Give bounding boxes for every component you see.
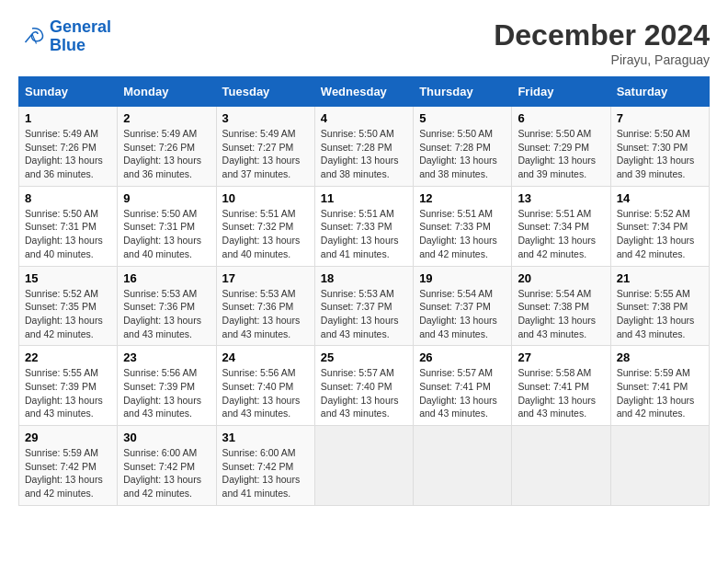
- calendar-cell: [610, 426, 709, 506]
- calendar-table: Sunday Monday Tuesday Wednesday Thursday…: [18, 76, 710, 506]
- calendar-cell: 19 Sunrise: 5:54 AM Sunset: 7:37 PM Dayl…: [414, 266, 512, 346]
- location-subtitle: Pirayu, Paraguay: [494, 52, 710, 67]
- day-info: Sunrise: 6:00 AM Sunset: 7:42 PM Dayligh…: [222, 446, 309, 500]
- calendar-cell: 27 Sunrise: 5:58 AM Sunset: 7:41 PM Dayl…: [512, 346, 610, 426]
- day-info: Sunrise: 5:59 AM Sunset: 7:41 PM Dayligh…: [617, 366, 703, 420]
- calendar-cell: 29 Sunrise: 5:59 AM Sunset: 7:42 PM Dayl…: [19, 426, 118, 506]
- day-number: 13: [518, 191, 604, 205]
- calendar-cell: 2 Sunrise: 5:49 AM Sunset: 7:26 PM Dayli…: [118, 107, 216, 187]
- day-info: Sunrise: 5:51 AM Sunset: 7:34 PM Dayligh…: [518, 207, 604, 261]
- day-info: Sunrise: 5:52 AM Sunset: 7:34 PM Dayligh…: [617, 207, 703, 261]
- calendar-cell: 17 Sunrise: 5:53 AM Sunset: 7:36 PM Dayl…: [216, 266, 314, 346]
- calendar-week-row: 1 Sunrise: 5:49 AM Sunset: 7:26 PM Dayli…: [19, 107, 710, 187]
- calendar-cell: 18 Sunrise: 5:53 AM Sunset: 7:37 PM Dayl…: [314, 266, 413, 346]
- calendar-week-row: 8 Sunrise: 5:50 AM Sunset: 7:31 PM Dayli…: [19, 186, 710, 266]
- day-number: 5: [419, 111, 506, 125]
- day-number: 11: [321, 191, 407, 205]
- calendar-cell: 11 Sunrise: 5:51 AM Sunset: 7:33 PM Dayl…: [314, 186, 413, 266]
- header-thursday: Thursday: [414, 77, 512, 107]
- logo: General Blue: [18, 18, 111, 55]
- day-info: Sunrise: 5:50 AM Sunset: 7:29 PM Dayligh…: [518, 127, 604, 181]
- calendar-cell: 14 Sunrise: 5:52 AM Sunset: 7:34 PM Dayl…: [610, 186, 709, 266]
- header-sunday: Sunday: [19, 77, 118, 107]
- calendar-header: Sunday Monday Tuesday Wednesday Thursday…: [19, 77, 710, 107]
- calendar-cell: 22 Sunrise: 5:55 AM Sunset: 7:39 PM Dayl…: [19, 346, 118, 426]
- calendar-body: 1 Sunrise: 5:49 AM Sunset: 7:26 PM Dayli…: [19, 107, 710, 506]
- day-info: Sunrise: 5:56 AM Sunset: 7:39 PM Dayligh…: [123, 366, 210, 420]
- calendar-cell: [512, 426, 610, 506]
- day-info: Sunrise: 5:49 AM Sunset: 7:27 PM Dayligh…: [222, 127, 309, 181]
- day-info: Sunrise: 5:55 AM Sunset: 7:38 PM Dayligh…: [617, 287, 703, 341]
- header-friday: Friday: [512, 77, 610, 107]
- day-info: Sunrise: 5:52 AM Sunset: 7:35 PM Dayligh…: [25, 287, 111, 341]
- day-number: 14: [617, 191, 703, 205]
- calendar-cell: 12 Sunrise: 5:51 AM Sunset: 7:33 PM Dayl…: [414, 186, 512, 266]
- day-number: 26: [419, 350, 506, 364]
- day-info: Sunrise: 5:49 AM Sunset: 7:26 PM Dayligh…: [25, 127, 111, 181]
- header-wednesday: Wednesday: [314, 77, 413, 107]
- calendar-cell: 1 Sunrise: 5:49 AM Sunset: 7:26 PM Dayli…: [19, 107, 118, 187]
- calendar-cell: 24 Sunrise: 5:56 AM Sunset: 7:40 PM Dayl…: [216, 346, 314, 426]
- calendar-cell: 26 Sunrise: 5:57 AM Sunset: 7:41 PM Dayl…: [414, 346, 512, 426]
- calendar-cell: 13 Sunrise: 5:51 AM Sunset: 7:34 PM Dayl…: [512, 186, 610, 266]
- day-number: 6: [518, 111, 604, 125]
- day-number: 24: [222, 350, 309, 364]
- title-section: December 2024 Pirayu, Paraguay: [494, 18, 710, 67]
- day-number: 22: [25, 350, 111, 364]
- day-number: 20: [518, 271, 604, 285]
- day-info: Sunrise: 5:51 AM Sunset: 7:32 PM Dayligh…: [222, 207, 309, 261]
- day-number: 7: [617, 111, 703, 125]
- day-info: Sunrise: 5:53 AM Sunset: 7:37 PM Dayligh…: [321, 287, 407, 341]
- calendar-cell: 8 Sunrise: 5:50 AM Sunset: 7:31 PM Dayli…: [19, 186, 118, 266]
- day-info: Sunrise: 5:57 AM Sunset: 7:41 PM Dayligh…: [419, 366, 506, 420]
- calendar-cell: 20 Sunrise: 5:54 AM Sunset: 7:38 PM Dayl…: [512, 266, 610, 346]
- day-number: 1: [25, 111, 111, 125]
- calendar-cell: 3 Sunrise: 5:49 AM Sunset: 7:27 PM Dayli…: [216, 107, 314, 187]
- day-info: Sunrise: 5:50 AM Sunset: 7:30 PM Dayligh…: [617, 127, 703, 181]
- logo-icon: [18, 23, 46, 51]
- calendar-cell: 31 Sunrise: 6:00 AM Sunset: 7:42 PM Dayl…: [216, 426, 314, 506]
- day-number: 2: [123, 111, 210, 125]
- day-number: 17: [222, 271, 309, 285]
- calendar-cell: 16 Sunrise: 5:53 AM Sunset: 7:36 PM Dayl…: [118, 266, 216, 346]
- day-info: Sunrise: 5:55 AM Sunset: 7:39 PM Dayligh…: [25, 366, 111, 420]
- day-info: Sunrise: 5:51 AM Sunset: 7:33 PM Dayligh…: [419, 207, 506, 261]
- calendar-cell: 23 Sunrise: 5:56 AM Sunset: 7:39 PM Dayl…: [118, 346, 216, 426]
- day-number: 21: [617, 271, 703, 285]
- day-number: 27: [518, 350, 604, 364]
- day-info: Sunrise: 5:50 AM Sunset: 7:31 PM Dayligh…: [25, 207, 111, 261]
- calendar-cell: [414, 426, 512, 506]
- calendar-cell: 5 Sunrise: 5:50 AM Sunset: 7:28 PM Dayli…: [414, 107, 512, 187]
- calendar-cell: 30 Sunrise: 6:00 AM Sunset: 7:42 PM Dayl…: [118, 426, 216, 506]
- header-tuesday: Tuesday: [216, 77, 314, 107]
- day-number: 9: [123, 191, 210, 205]
- day-number: 16: [123, 271, 210, 285]
- day-info: Sunrise: 5:57 AM Sunset: 7:40 PM Dayligh…: [321, 366, 407, 420]
- day-info: Sunrise: 6:00 AM Sunset: 7:42 PM Dayligh…: [123, 446, 210, 500]
- day-number: 31: [222, 431, 309, 444]
- day-info: Sunrise: 5:49 AM Sunset: 7:26 PM Dayligh…: [123, 127, 210, 181]
- header-saturday: Saturday: [610, 77, 709, 107]
- day-number: 18: [321, 271, 407, 285]
- day-number: 10: [222, 191, 309, 205]
- day-info: Sunrise: 5:54 AM Sunset: 7:37 PM Dayligh…: [419, 287, 506, 341]
- day-info: Sunrise: 5:50 AM Sunset: 7:28 PM Dayligh…: [321, 127, 407, 181]
- day-number: 8: [25, 191, 111, 205]
- day-number: 25: [321, 350, 407, 364]
- calendar-week-row: 15 Sunrise: 5:52 AM Sunset: 7:35 PM Dayl…: [19, 266, 710, 346]
- calendar-cell: 9 Sunrise: 5:50 AM Sunset: 7:31 PM Dayli…: [118, 186, 216, 266]
- day-number: 19: [419, 271, 506, 285]
- calendar-week-row: 22 Sunrise: 5:55 AM Sunset: 7:39 PM Dayl…: [19, 346, 710, 426]
- day-info: Sunrise: 5:56 AM Sunset: 7:40 PM Dayligh…: [222, 366, 309, 420]
- calendar-cell: 6 Sunrise: 5:50 AM Sunset: 7:29 PM Dayli…: [512, 107, 610, 187]
- day-number: 28: [617, 350, 703, 364]
- day-number: 12: [419, 191, 506, 205]
- calendar-cell: 28 Sunrise: 5:59 AM Sunset: 7:41 PM Dayl…: [610, 346, 709, 426]
- day-number: 23: [123, 350, 210, 364]
- calendar-cell: [314, 426, 413, 506]
- calendar-cell: 4 Sunrise: 5:50 AM Sunset: 7:28 PM Dayli…: [314, 107, 413, 187]
- calendar-week-row: 29 Sunrise: 5:59 AM Sunset: 7:42 PM Dayl…: [19, 426, 710, 506]
- day-info: Sunrise: 5:53 AM Sunset: 7:36 PM Dayligh…: [123, 287, 210, 341]
- day-info: Sunrise: 5:59 AM Sunset: 7:42 PM Dayligh…: [25, 446, 111, 500]
- logo-text: General Blue: [50, 18, 111, 55]
